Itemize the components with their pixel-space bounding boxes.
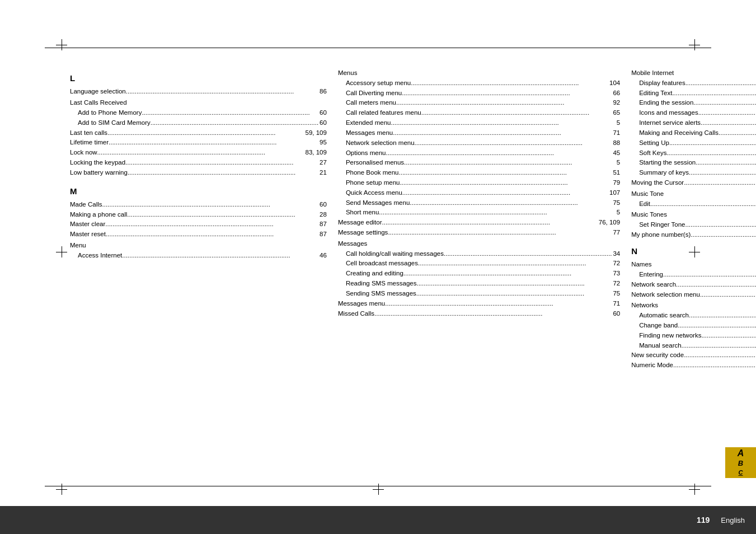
list-item: Network selection menu .................… (338, 138, 620, 148)
entry-dots: ........................................… (416, 279, 612, 289)
list-item: Networks (631, 301, 756, 311)
entry-label: Change band (639, 321, 678, 331)
list-item: Phone setup menu .......................… (338, 178, 620, 188)
list-item: Internet service alerts ................… (631, 118, 756, 128)
list-item: Personalised menus .....................… (338, 158, 620, 168)
list-item: Icons and messages .....................… (631, 108, 756, 118)
entry-label: Finding new networks (639, 331, 701, 341)
entry-dots: ........................................… (404, 158, 616, 168)
entry-dots: ........................................… (106, 229, 318, 240)
entry-dots: ........................................… (663, 270, 756, 280)
entry-page: 60 (318, 200, 327, 210)
entry-page: 107 (608, 188, 620, 198)
entry-dots: ........................................… (402, 188, 608, 198)
entry-label: Icons and messages (639, 108, 698, 118)
section-letter: N (631, 245, 637, 257)
list-item: Making and Receiving Calls .............… (631, 128, 756, 138)
list-item: Creating and editing ...................… (338, 269, 620, 279)
list-item: Setting Up .............................… (631, 138, 756, 148)
entry-label: Lock now (70, 148, 97, 158)
entry-label: Locking the keypad (70, 158, 125, 168)
entry-label: Reading SMS messages (346, 279, 417, 289)
footer-bar: 119 English (0, 506, 756, 534)
crosshair-bottom-mid (373, 484, 384, 495)
list-item: Reading SMS messages ...................… (338, 279, 620, 289)
entry-label: Ending the session (639, 98, 693, 108)
entry-label: Call related features menu (346, 108, 421, 118)
list-item: Locking the keypad .....................… (70, 158, 327, 168)
entry-dots: ........................................… (678, 321, 756, 331)
entry-label: Set Ringer Tone (639, 220, 685, 230)
list-item: Message settings .......................… (338, 228, 620, 238)
entry-page: 59, 109 (304, 128, 327, 138)
entry-label: Phone setup menu (346, 178, 400, 188)
entry-dots: ........................................… (127, 210, 318, 220)
entry-label: Messages menu (346, 128, 393, 138)
entry-dots: ........................................… (444, 249, 612, 259)
entry-label: Editing Text (639, 88, 672, 99)
entry-page: 60 (318, 118, 327, 128)
list-item: Editing Text ...........................… (631, 88, 756, 99)
entry-page: 87 (318, 219, 327, 229)
list-item: Network search .........................… (631, 280, 756, 290)
list-item: Accessory setup menu ...................… (338, 78, 620, 88)
entry-label: Soft Keys (639, 148, 666, 158)
entry-page: 71 (612, 299, 620, 309)
entry-label: Add to Phone Memory (78, 108, 142, 118)
list-item: Last Calls Received (70, 98, 327, 108)
entry-dots: ........................................… (689, 168, 756, 178)
entry-label: Music Tone (631, 189, 664, 199)
entry-label: Making and Receiving Calls (639, 128, 719, 138)
entry-dots: ........................................… (418, 259, 612, 269)
entry-page: 72 (612, 259, 620, 269)
entry-label: Message editor (338, 218, 382, 228)
entry-dots: ........................................… (701, 331, 756, 341)
entry-label: Manual search (639, 341, 681, 351)
list-item: Add to Phone Memory ....................… (70, 108, 327, 118)
entry-label: Phone Book menu (346, 168, 399, 178)
entry-dots: ........................................… (374, 309, 612, 319)
entry-label: Cell broadcast messages (346, 259, 418, 269)
list-item: Manual search ..........................… (631, 341, 756, 351)
entry-page: 5 (616, 208, 620, 218)
list-item: Automatic search .......................… (631, 311, 756, 321)
list-item: Phone Book menu ........................… (338, 168, 620, 178)
entry-dots: ........................................… (684, 350, 756, 360)
entry-page: 88 (612, 138, 620, 148)
entry-label: Display features (639, 78, 685, 88)
entry-dots: ........................................… (691, 230, 756, 240)
entry-dots: ........................................… (109, 138, 318, 148)
entry-label: Creating and editing (346, 269, 403, 279)
entry-dots: ........................................… (391, 118, 615, 128)
entry-page: 51 (612, 168, 620, 178)
list-item: Network selection menu .................… (631, 290, 756, 300)
entry-page: 87 (318, 229, 327, 240)
list-item: Entering ...............................… (631, 270, 756, 280)
entry-label: Extended menu (346, 118, 391, 128)
entry-dots: ........................................… (382, 218, 598, 228)
entry-label: Networks (631, 301, 658, 311)
entry-dots: ........................................… (672, 88, 756, 99)
entry-dots: ........................................… (102, 200, 319, 210)
entry-dots: ........................................… (666, 148, 756, 158)
entry-dots: ........................................… (685, 78, 756, 88)
list-item: Moving the Cursor ......................… (631, 178, 756, 188)
hline-top (45, 48, 711, 48)
entry-dots: ........................................… (386, 148, 612, 158)
entry-page: 72 (612, 279, 620, 289)
list-item: Cell broadcast messages ................… (338, 259, 620, 269)
entry-label: Starting the session (639, 158, 696, 168)
entry-dots: ........................................… (415, 138, 612, 148)
list-item: Music Tone (631, 189, 756, 199)
entry-label: Call meters menu (346, 98, 396, 108)
list-item: Music Tones (631, 210, 756, 220)
entry-label: Master clear (70, 219, 105, 229)
list-item: Starting the session ...................… (631, 158, 756, 168)
list-item: Send Messages menu .....................… (338, 198, 620, 208)
entry-page: 79 (612, 178, 620, 188)
entry-label: Short menu (346, 208, 379, 218)
entry-dots: ........................................… (399, 168, 612, 178)
entry-dots: ........................................… (125, 158, 318, 168)
hline-bottom (45, 486, 711, 486)
list-item: Names (631, 260, 756, 270)
